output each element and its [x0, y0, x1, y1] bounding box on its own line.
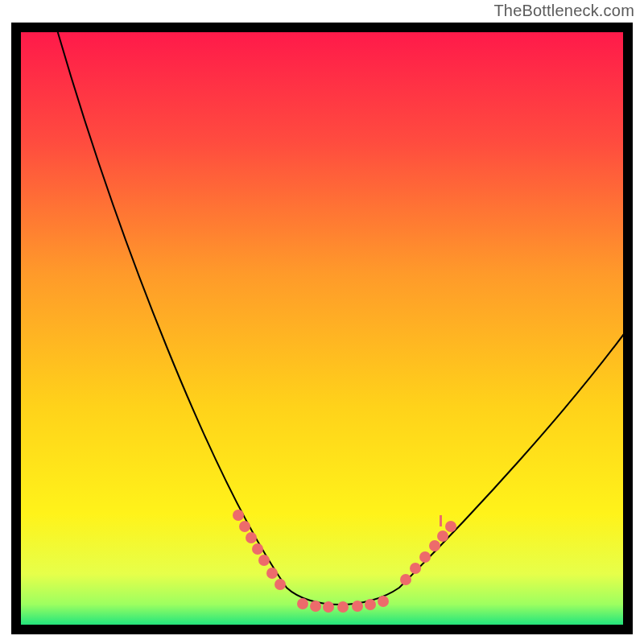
svg-point-11 [337, 601, 349, 613]
right-marker-cluster [400, 515, 456, 585]
svg-point-10 [323, 601, 334, 613]
svg-point-20 [445, 521, 456, 532]
svg-point-2 [239, 521, 250, 532]
bottleneck-curve [21, 32, 623, 625]
svg-rect-21 [440, 515, 442, 526]
svg-point-16 [410, 563, 421, 574]
svg-point-18 [429, 540, 440, 551]
svg-point-3 [246, 532, 257, 543]
attribution-text: TheBottleneck.com [493, 2, 634, 20]
chart-plot-area [21, 32, 623, 625]
svg-point-4 [252, 543, 263, 555]
svg-point-1 [233, 510, 244, 521]
left-marker-cluster [233, 510, 286, 590]
svg-point-5 [258, 555, 270, 566]
curve-path [53, 32, 623, 605]
svg-point-17 [419, 551, 431, 563]
bottom-marker-cluster [297, 596, 389, 613]
chart-outer-frame [11, 23, 633, 634]
svg-point-6 [266, 568, 278, 579]
svg-point-9 [310, 601, 321, 612]
svg-point-8 [297, 598, 308, 609]
svg-point-15 [400, 574, 411, 585]
svg-point-12 [352, 601, 363, 612]
svg-point-14 [378, 596, 389, 607]
svg-point-7 [275, 579, 286, 590]
svg-point-19 [437, 530, 448, 542]
svg-point-13 [365, 599, 376, 610]
